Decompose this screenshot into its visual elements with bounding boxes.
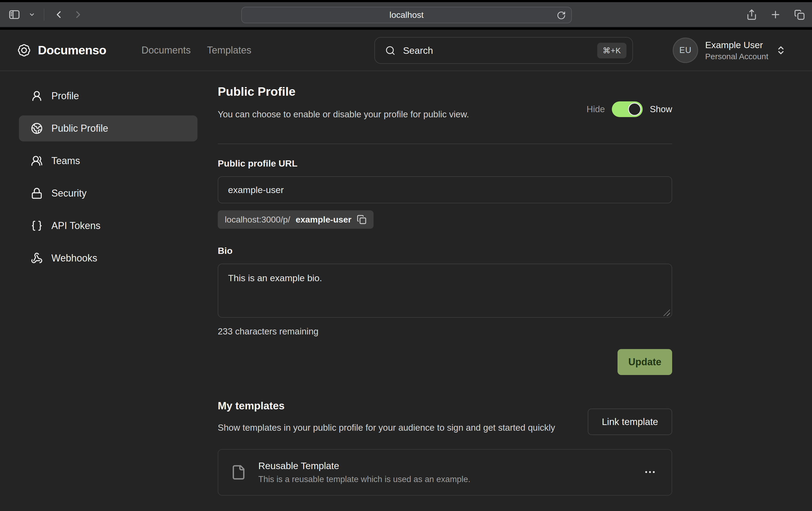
sidebar-item-security[interactable]: Security (19, 180, 198, 206)
new-tab-button[interactable] (770, 9, 781, 20)
screen: localhost Documenso (0, 0, 812, 511)
brand[interactable]: Documenso (17, 43, 106, 57)
toggle-knob (628, 103, 641, 116)
browser-chrome: localhost (0, 2, 812, 28)
template-texts: Reusable Template This is a reusable tem… (258, 460, 641, 484)
webhook-icon (31, 252, 43, 264)
bio-characters-remaining: 233 characters remaining (218, 326, 672, 337)
address-bar[interactable]: localhost (241, 7, 572, 23)
bio-textarea[interactable]: This is an example bio. (218, 264, 672, 318)
sidebar-item-api-tokens[interactable]: API Tokens (19, 213, 198, 239)
visibility-toggle-row: Hide Show (587, 101, 672, 117)
update-button[interactable]: Update (617, 349, 672, 375)
account-type: Personal Account (705, 52, 768, 61)
template-name: Reusable Template (258, 460, 641, 471)
app-header: Documenso Documents Templates Search ⌘+K… (0, 30, 812, 71)
nav-templates[interactable]: Templates (207, 44, 251, 56)
avatar-initials: EU (679, 46, 691, 55)
back-button[interactable] (53, 9, 64, 20)
avatar: EU (673, 37, 698, 63)
sidebar-toggle-button[interactable] (8, 8, 21, 21)
search-placeholder: Search (403, 45, 590, 56)
share-icon (746, 9, 757, 20)
search-icon (385, 46, 396, 56)
profile-visibility-toggle[interactable] (612, 101, 643, 117)
address-bar-url: localhost (389, 10, 424, 20)
top-nav: Documents Templates (142, 44, 251, 56)
plus-icon (770, 9, 781, 20)
template-description: This is a reusable template which is use… (258, 475, 641, 484)
profile-url-label: Public profile URL (218, 158, 672, 169)
my-templates-description: Show templates in your public profile fo… (218, 421, 555, 434)
nav-documents[interactable]: Documents (142, 44, 191, 56)
braces-icon (31, 220, 43, 232)
bio-field-wrap: This is an example bio. (218, 264, 672, 319)
reload-button[interactable] (557, 11, 566, 20)
account-name: Example User (705, 40, 768, 50)
share-button[interactable] (746, 9, 757, 20)
link-template-button[interactable]: Link template (588, 409, 672, 435)
profile-url-prefix: localhost:3000/p/ (225, 215, 290, 225)
section-divider (218, 144, 672, 144)
template-menu-button[interactable] (641, 463, 659, 482)
sidebar-item-teams[interactable]: Teams (19, 148, 198, 174)
app: Documenso Documents Templates Search ⌘+K… (0, 30, 812, 511)
forward-button[interactable] (72, 9, 84, 20)
profile-url-copy-chip[interactable]: localhost:3000/p/example-user (218, 210, 374, 229)
tabs-icon (793, 9, 805, 20)
users-icon (31, 155, 43, 167)
chevrons-up-down-icon (776, 45, 786, 55)
globe-icon (31, 122, 43, 134)
chevron-down-icon (29, 11, 35, 18)
back-icon (53, 9, 64, 20)
settings-sidebar: Profile Public Profile Teams Security AP… (19, 83, 198, 495)
my-templates-title: My templates (218, 400, 555, 412)
template-card: Reusable Template This is a reusable tem… (218, 449, 672, 495)
copy-icon (357, 215, 367, 224)
file-icon (231, 464, 246, 480)
brand-name: Documenso (38, 43, 106, 57)
forward-icon (72, 9, 84, 20)
profile-url-slug: example-user (296, 215, 351, 225)
account-names: Example User Personal Account (705, 40, 768, 61)
resize-handle[interactable] (664, 309, 670, 316)
search-input[interactable]: Search ⌘+K (374, 37, 633, 64)
account-menu[interactable]: EU Example User Personal Account (673, 37, 786, 63)
sidebar-menu-chevron-button[interactable] (29, 11, 35, 18)
user-icon (31, 90, 43, 102)
body: Profile Public Profile Teams Security AP… (0, 71, 812, 495)
page-subtitle: You can choose to enable or disable your… (218, 109, 469, 120)
page-title: Public Profile (218, 85, 469, 99)
toggle-show-label: Show (650, 104, 672, 114)
search-shortcut-badge: ⌘+K (597, 43, 627, 58)
sidebar-item-public-profile[interactable]: Public Profile (19, 116, 198, 142)
sidebar-panel-icon (8, 8, 21, 21)
documenso-logo (17, 43, 31, 57)
reload-icon (557, 11, 566, 20)
lock-icon (31, 187, 43, 199)
chrome-divider (44, 9, 45, 21)
sidebar-item-profile[interactable]: Profile (19, 83, 198, 109)
ellipsis-icon (643, 465, 657, 479)
toggle-hide-label: Hide (587, 104, 605, 114)
bio-label: Bio (218, 245, 672, 256)
profile-url-input[interactable] (218, 176, 672, 203)
sidebar-item-webhooks[interactable]: Webhooks (19, 245, 198, 271)
main-content: Public Profile You can choose to enable … (218, 83, 672, 495)
tab-overview-button[interactable] (793, 9, 805, 20)
